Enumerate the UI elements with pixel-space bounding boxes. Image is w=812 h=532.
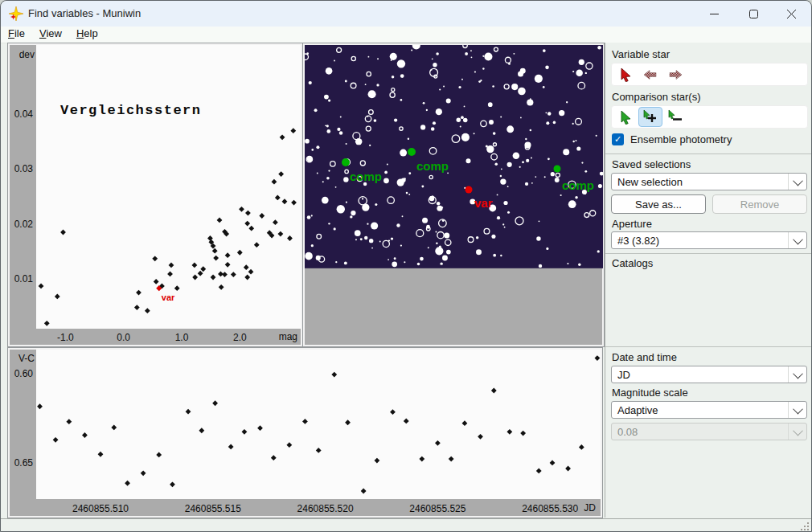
- data-point: [60, 230, 66, 235]
- star: [539, 264, 542, 268]
- x-tick-label: 2.0: [233, 332, 247, 343]
- select-variable-cursor-button[interactable]: [613, 64, 638, 84]
- star: [364, 236, 367, 239]
- data-point: [331, 372, 337, 378]
- next-variable-button[interactable]: [663, 64, 687, 84]
- star: [471, 56, 473, 58]
- green-select-cursor-icon: [619, 110, 633, 125]
- data-point: [156, 452, 162, 458]
- separator: [605, 153, 812, 154]
- data-point: [217, 218, 223, 223]
- data-point: [375, 458, 380, 464]
- minimize-button[interactable]: [696, 1, 732, 27]
- remove-selection-button[interactable]: Remove: [712, 194, 807, 214]
- star: [311, 215, 313, 216]
- star: [396, 223, 400, 227]
- dropdown-button: [788, 424, 806, 440]
- date-time-combobox[interactable]: JD: [611, 366, 807, 383]
- star: [425, 221, 427, 223]
- y-tick-label: 0.03: [14, 163, 33, 174]
- light-curve-plot-area[interactable]: [36, 350, 601, 499]
- star: [536, 236, 540, 240]
- add-comparison-button[interactable]: [638, 107, 662, 127]
- menu-item-file[interactable]: File: [1, 27, 32, 41]
- data-point: [53, 437, 59, 443]
- dev-plot-x-axis-title: mag: [279, 331, 297, 342]
- star: [444, 232, 449, 238]
- dropdown-button[interactable]: [788, 366, 806, 383]
- data-point: [55, 294, 60, 300]
- dev-mag-plot-panel: dev mag Vergleichsstern var 0.010.020.03…: [7, 43, 303, 347]
- star: [442, 256, 448, 261]
- maximize-button[interactable]: [736, 1, 772, 27]
- menubar: FileViewHelp: [1, 27, 811, 43]
- star: [420, 257, 424, 261]
- remove-comparison-cursor-minus-icon: [667, 109, 683, 125]
- star: [397, 59, 405, 68]
- menu-item-help[interactable]: Help: [69, 27, 105, 41]
- data-point: [242, 429, 248, 435]
- catalogs-label: Catalogs: [612, 257, 653, 269]
- data-point: [169, 263, 174, 268]
- star: [520, 68, 526, 74]
- star: [566, 101, 568, 103]
- comp-marker[interactable]: [554, 166, 561, 173]
- star: [461, 116, 464, 119]
- saved-selections-label: Saved selections: [612, 158, 691, 170]
- ensemble-photometry-checkbox[interactable]: ✓: [612, 133, 624, 145]
- star: [394, 257, 396, 260]
- data-point: [186, 409, 191, 415]
- star: [367, 223, 368, 224]
- star: [411, 49, 412, 51]
- star: [563, 149, 569, 155]
- data-point: [192, 263, 198, 268]
- star: [597, 250, 600, 252]
- comp-marker[interactable]: [408, 148, 416, 156]
- data-point: [225, 262, 231, 268]
- star: [326, 177, 330, 180]
- star: [322, 197, 329, 204]
- star: [392, 76, 394, 78]
- dropdown-button[interactable]: [788, 232, 806, 248]
- separator: [605, 346, 812, 347]
- previous-variable-button[interactable]: [638, 64, 662, 84]
- var-marker[interactable]: [465, 186, 473, 194]
- save-as-button[interactable]: Save as...: [611, 194, 706, 214]
- data-point: [152, 256, 158, 261]
- remove-comparison-button[interactable]: [663, 107, 687, 127]
- star: [377, 58, 379, 59]
- var-point-label: var: [162, 293, 175, 302]
- titlebar[interactable]: Find variables - Muniwin: [1, 1, 811, 27]
- magnitude-scale-combobox[interactable]: Adaptive: [611, 401, 807, 419]
- data-point: [248, 226, 254, 231]
- star: [371, 222, 378, 229]
- star: [544, 176, 546, 178]
- saved-selection-combobox[interactable]: New selection: [611, 173, 807, 190]
- star: [417, 263, 420, 265]
- data-point: [245, 211, 251, 216]
- chevron-down-icon: [793, 175, 803, 186]
- check-icon: ✓: [614, 134, 621, 144]
- dropdown-button[interactable]: [788, 174, 806, 190]
- star: [435, 231, 437, 232]
- data-point: [66, 419, 72, 424]
- starfield-image[interactable]: compcompcompvar: [305, 45, 603, 268]
- x-tick-label: 0.0: [117, 332, 130, 343]
- star: [400, 244, 402, 246]
- aperture-combobox[interactable]: #3 (3.82): [611, 231, 807, 249]
- star: [526, 159, 529, 162]
- star: [461, 79, 463, 80]
- select-comparison-cursor-button[interactable]: [613, 107, 638, 127]
- menu-item-view[interactable]: View: [32, 27, 69, 41]
- close-button[interactable]: [773, 1, 810, 27]
- resize-grip[interactable]: [799, 521, 809, 530]
- dev-mag-plot-area[interactable]: Vergleichsstern var: [36, 45, 301, 329]
- dropdown-button[interactable]: [788, 402, 806, 418]
- y-tick-label: 0.04: [14, 108, 33, 120]
- comp-marker[interactable]: [342, 158, 350, 166]
- data-point: [174, 285, 180, 291]
- data-point: [111, 425, 117, 431]
- star: [545, 112, 547, 113]
- star: [305, 252, 313, 260]
- star: [535, 75, 543, 83]
